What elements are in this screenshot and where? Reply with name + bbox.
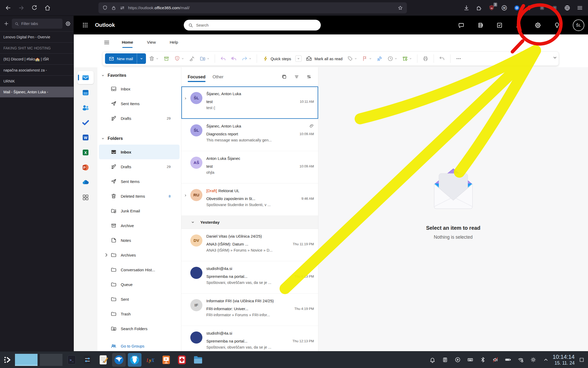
filter-icon[interactable] [294,74,300,80]
back-icon[interactable] [5,4,12,11]
folder-item-archive[interactable]: Archive [99,218,180,233]
bookmark-star-icon[interactable] [397,5,403,11]
snooze-button[interactable] [385,53,399,64]
reply-button[interactable] [218,53,228,64]
menu-tab-view[interactable]: View [147,38,156,46]
brightness-icon[interactable] [530,356,537,363]
taskbar-app-xournal[interactable]: x [96,353,110,367]
folder-item-notes[interactable]: Notes [99,233,180,248]
folder-item-junk-email[interactable]: Junk Email [99,203,180,218]
taskbar-app-lyx[interactable]: LyX [144,353,157,367]
taskbar-app-impress[interactable] [159,353,173,367]
taskbar-clock[interactable]: 10:14:14 15. 11. 24 [553,354,575,366]
folder-item-drafts[interactable]: Drafts29 [99,111,180,126]
volume-muted-icon[interactable] [492,356,499,363]
expand-conversation-icon[interactable] [183,96,187,100]
report-button[interactable] [172,53,186,64]
email-row-4[interactable]: RU[Draft]Rektorat ULObvestilo zaposlenim… [181,183,318,216]
rail-item-powerpoint[interactable]: P [77,161,94,174]
taskbar-app-redcross[interactable] [175,353,189,367]
wifi-icon[interactable] [517,356,524,363]
rail-item-mail[interactable] [77,71,94,84]
home-icon[interactable] [44,4,51,11]
rail-item-calendar[interactable] [77,86,94,99]
downloads-icon[interactable] [463,4,470,11]
site-globe-icon[interactable] [564,4,571,11]
menu-tab-home[interactable]: Home [122,38,133,46]
folder-item-sent[interactable]: Sent [99,292,180,306]
taskbar-app-librewolf[interactable] [128,353,141,367]
extension-red-pin-icon[interactable] [526,4,533,11]
mark-all-read-button[interactable]: Mark all as read [304,53,344,64]
extension-m-icon[interactable]: M [501,4,508,11]
bluetooth-icon[interactable] [480,356,486,363]
new-mail-dropdown[interactable] [137,57,146,60]
notifications-icon[interactable] [429,356,436,363]
categorize-button[interactable] [345,53,359,64]
feed-icon[interactable] [477,22,484,29]
permissions-icon[interactable] [119,5,125,11]
browser-tab-4[interactable]: napačna asociativnost za - [0,64,74,75]
sidebar-gear-icon[interactable] [65,21,71,27]
sort-icon[interactable] [306,74,312,80]
filter-tabs-input[interactable]: Filter tabs [12,19,62,29]
folder-item-conversation-hist-[interactable]: Conversation Hist... [99,262,180,277]
extensions-icon[interactable] [476,4,482,11]
workspace-active[interactable] [15,354,38,366]
folder-item-inbox[interactable]: Inbox [99,81,180,96]
tray-expand-icon[interactable] [543,356,549,363]
collapse-ribbon-icon[interactable] [552,55,558,60]
move-to-button[interactable] [198,53,212,64]
email-row-2[interactable]: ŠLŠijanec, Anton LukaDiagnostics report1… [181,119,318,151]
profile-avatar[interactable]: ŠL [573,19,584,31]
expand-chevron-icon[interactable] [103,252,109,258]
archive-settings-button[interactable] [400,53,414,64]
extension-blue-dot-icon[interactable] [513,4,520,11]
launcher-icon[interactable] [3,355,13,365]
email-row-3[interactable]: AŠAnton Luka Šijanectest10:09 AMohjla [181,151,318,183]
reply-all-button[interactable] [229,53,239,64]
todo-icon[interactable] [496,22,503,29]
taskbar-app-files[interactable] [191,353,204,367]
expand-conversation-icon[interactable] [183,193,187,197]
tips-lightbulb-icon[interactable] [554,22,560,29]
workspace-inactive[interactable] [40,354,62,366]
email-row-7[interactable]: studisfri@4a.siSprememba na portal...Thu… [181,261,318,294]
folder-item-search-folders[interactable]: Search Folders [99,321,180,336]
folder-item-deleted-items[interactable]: Deleted Items8 [99,189,180,203]
more-options-button[interactable] [454,53,464,64]
browser-tab-2[interactable]: FAKING SHIT MC HOSTING [0,42,74,53]
quick-steps-button[interactable]: Quick steps [260,53,303,64]
multi-select-icon[interactable] [281,74,287,80]
folder-item-sent-items[interactable]: Sent Items [99,174,180,189]
reload-icon[interactable] [31,4,38,11]
section-header-folders[interactable]: Folders [97,132,181,145]
email-row-8[interactable]: IFInformator FRI (via Učilnica FRI 24/25… [181,294,318,326]
rail-item-onedrive[interactable] [77,176,94,189]
delete-button[interactable] [147,53,161,64]
clipboard-icon[interactable] [442,356,448,363]
tracking-shield-icon[interactable] [102,5,108,11]
browser-tab-5[interactable]: URNIK [0,75,74,86]
forward-button[interactable] [240,53,254,64]
keyboard-icon[interactable] [467,356,474,363]
list-tab-other[interactable]: Other [213,72,223,81]
lock-icon[interactable] [111,5,117,11]
list-tab-focused[interactable]: Focused [188,72,206,81]
group-header-yesterday[interactable]: Yesterday [181,216,318,229]
rail-item-excel[interactable]: X [77,146,94,159]
rail-item-people[interactable] [77,101,94,114]
browser-tab-6[interactable]: Mail - Šijanec, Anton Luka - [0,86,74,98]
flag-button[interactable] [360,53,374,64]
undo-button[interactable] [437,53,447,64]
media-play-icon[interactable] [454,356,461,363]
taskbar-app-tweaks[interactable] [81,353,94,367]
battery-icon[interactable] [505,356,511,363]
extension-hidden-2-icon[interactable] [551,4,558,11]
new-tab-icon[interactable] [3,21,9,27]
hamburger-icon[interactable] [103,39,110,46]
url-bar[interactable]: https://outlook.office365.com/mail/ [98,2,407,13]
folder-item-trash[interactable]: Trash [99,306,180,321]
browser-tab-1[interactable]: Lenovo Digital Pen - Overvie [0,31,74,42]
app-launcher-icon[interactable] [82,22,89,29]
